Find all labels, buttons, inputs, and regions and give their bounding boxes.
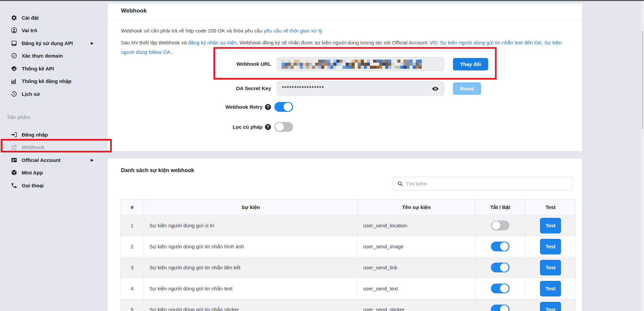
masked-secret-value: *****************	[282, 85, 324, 90]
test-button[interactable]: Test	[540, 239, 561, 254]
help-icon[interactable]: ?	[265, 124, 271, 130]
window-top-edge	[0, 0, 644, 1]
reset-button[interactable]: Reset	[453, 82, 481, 95]
event-toggle[interactable]	[491, 242, 510, 251]
phone-icon	[11, 182, 17, 189]
event-description: Sự kiện người dùng gửi tin nhắn sticker	[144, 299, 358, 311]
sidebar-item-label: Cài đặt	[22, 15, 39, 21]
table-row: 1 Sự kiện người dùng gửi vị trí user_sen…	[121, 215, 576, 236]
toggle-knob	[275, 123, 284, 131]
event-toggle[interactable]	[491, 221, 510, 230]
sidebar-item-label: Đăng ký sử dụng API	[22, 40, 73, 46]
sidebar-item-label: Gọi thoại	[22, 183, 44, 188]
row-number: 1	[121, 215, 144, 236]
column-header-num: #	[121, 200, 144, 215]
webhook-url-label: Webhook URL	[169, 57, 271, 71]
sidebar-item-label: Lịch sử	[22, 91, 40, 97]
sidebar-item-roles[interactable]: Vai trò	[0, 26, 108, 35]
events-table: # Sự kiện Tên sự kiện Tắt / Bật Test 1 S…	[120, 199, 576, 311]
syntax-filter-toggle[interactable]	[274, 122, 293, 132]
vertical-scrollbar[interactable]	[641, 1, 644, 311]
search-box	[393, 177, 573, 190]
sidebar-item-login[interactable]: Đăng nhập	[0, 130, 108, 139]
oa-secret-key-label: OA Secret Key	[169, 81, 271, 96]
event-description: Sự kiện người dùng gửi tin nhắn hình ảnh	[144, 236, 358, 257]
webhook-retry-label: Webhook Retry ?	[169, 102, 271, 112]
sidebar-item-label: Đăng nhập	[22, 132, 48, 138]
sidebar-item-settings[interactable]: Cài đặt	[0, 14, 108, 22]
label-text: Lọc cú pháp	[233, 124, 263, 130]
row-number: 4	[121, 278, 144, 299]
sidebar-item-webhook[interactable]: Webhook	[0, 143, 108, 151]
event-toggle[interactable]	[491, 263, 510, 272]
inbox-icon	[11, 40, 17, 46]
column-header-event-name: Tên sự kiện	[358, 200, 475, 215]
column-header-test: Test	[525, 200, 576, 215]
divider	[108, 19, 582, 20]
event-description: Sự kiện người dùng gửi tin nhắn liên kết	[144, 257, 358, 278]
id-card-icon	[11, 157, 17, 163]
webhook-description-2: Sau khi thiết lập Webhook và đăng ký nhậ…	[121, 38, 575, 57]
event-toggle[interactable]	[491, 284, 510, 293]
event-name: user_send_text	[358, 278, 475, 299]
row-number: 2	[121, 236, 144, 257]
row-number: 5	[121, 299, 144, 311]
table-header-row: # Sự kiện Tên sự kiện Tắt / Bật Test	[121, 200, 576, 215]
register-events-link[interactable]: đăng ký nhận sự kiện	[188, 40, 236, 45]
toggle-knob	[492, 221, 500, 230]
processing-time-link[interactable]: yêu cầu về thời gian xử lý.	[264, 28, 324, 34]
external-link-icon	[11, 144, 17, 151]
event-description: Sự kiện người dùng gửi tin nhắn text	[144, 278, 358, 299]
label-text: Webhook Retry	[225, 104, 263, 110]
sidebar-item-label: Webhook	[22, 144, 44, 150]
sidebar-item-api-registration[interactable]: Đăng ký sử dụng API ▶	[0, 39, 108, 47]
webhook-retry-toggle[interactable]	[274, 102, 293, 112]
sidebar-item-label: Official Account	[22, 157, 60, 163]
search-icon	[397, 181, 403, 187]
sidebar-item-label: Mini App	[22, 170, 43, 175]
history-icon	[11, 90, 17, 97]
description-text: Sau khi thiết lập Webhook và	[121, 40, 188, 45]
webhook-description-1: Webhook url cần phải trả về http code 20…	[121, 27, 575, 35]
search-input[interactable]	[406, 177, 568, 190]
table-row: 3 Sự kiện người dùng gửi tin nhắn liên k…	[121, 257, 576, 278]
cube-icon	[11, 169, 17, 176]
sidebar-item-domain-verification[interactable]: Xác thực domain	[0, 52, 108, 60]
oa-secret-key-input[interactable]: *****************	[277, 81, 444, 96]
change-button[interactable]: Thay đổi	[453, 58, 488, 70]
test-button[interactable]: Test	[540, 302, 561, 311]
table-row: 2 Sự kiện người dùng gửi tin nhắn hình ả…	[121, 236, 576, 257]
toggle-knob	[500, 263, 508, 272]
sidebar-item-label: Thống kê API	[22, 66, 54, 71]
webhook-url-input[interactable]	[277, 57, 444, 71]
table-row: 5 Sự kiện người dùng gửi tin nhắn sticke…	[121, 299, 576, 311]
scrollbar-handle[interactable]	[642, 31, 643, 129]
sidebar-item-official-account[interactable]: Official Account ▶	[0, 156, 108, 164]
event-name: user_send_link	[358, 257, 475, 278]
sidebar-item-mini-app[interactable]: Mini App	[0, 169, 108, 177]
eye-icon[interactable]	[432, 85, 439, 92]
test-button[interactable]: Test	[540, 281, 561, 296]
toggle-knob	[284, 103, 292, 111]
help-icon[interactable]: ?	[265, 104, 271, 110]
webhook-url-censored-value	[282, 60, 422, 69]
sidebar-item-calls[interactable]: Gọi thoại	[0, 181, 108, 189]
chevron-right-icon: ▶	[91, 41, 94, 45]
sidebar-item-history[interactable]: Lịch sử	[0, 90, 108, 98]
webhook-events-panel: Danh sách sự kiện webhook # Sự kiện Tên …	[108, 159, 582, 311]
description-text: , Webhook đăng ký sẽ nhận được sự kiện n…	[237, 40, 440, 45]
events-list-title: Danh sách sự kiện webhook	[121, 167, 194, 173]
login-icon	[11, 131, 17, 138]
sidebar-item-label: Xác thực domain	[22, 53, 63, 59]
table-row: 4 Sự kiện người dùng gửi tin nhắn text u…	[121, 278, 576, 299]
syntax-filter-label: Lọc cú pháp ?	[169, 122, 271, 132]
sidebar-item-login-stats[interactable]: Thống kê đăng nhập	[0, 77, 108, 85]
chevron-right-icon: ▶	[91, 158, 94, 162]
event-toggle[interactable]	[491, 305, 510, 311]
gear-icon	[11, 14, 17, 21]
event-description: Sự kiện người dùng gửi vị trí	[144, 215, 358, 236]
sidebar-item-api-stats[interactable]: Thống kê API	[0, 64, 108, 72]
event-name: user_send_sticker	[358, 299, 475, 311]
test-button[interactable]: Test	[540, 260, 561, 275]
test-button[interactable]: Test	[540, 218, 561, 233]
